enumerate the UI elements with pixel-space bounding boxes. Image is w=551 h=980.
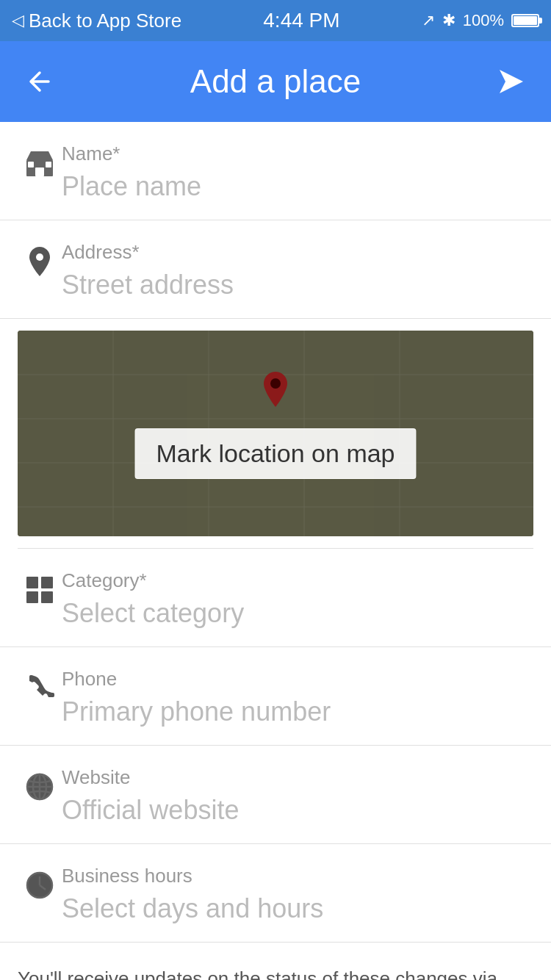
mark-location-button[interactable]: Mark location on map <box>134 428 416 479</box>
map-pin-icon <box>261 370 290 408</box>
phone-icon <box>18 668 62 705</box>
map-pin <box>261 370 290 408</box>
website-field-row[interactable]: Website Official website <box>0 746 551 844</box>
arrow-left-icon <box>25 67 54 96</box>
svg-marker-0 <box>500 70 523 93</box>
website-field[interactable]: Website Official website <box>62 766 533 826</box>
category-label: Category* <box>62 569 533 592</box>
address-placeholder: Street address <box>62 270 533 300</box>
footer-info: You'll receive updates on the status of … <box>0 943 551 980</box>
name-field-row[interactable]: Name* Place name <box>0 122 551 220</box>
phone-field-row[interactable]: Phone Primary phone number <box>0 647 551 746</box>
hours-field-row[interactable]: Business hours Select days and hours <box>0 844 551 943</box>
status-bar: ◁ Back to App Store 4:44 PM ↗ ✱ 100% <box>0 0 551 41</box>
send-icon <box>495 65 527 98</box>
location-pin-icon <box>18 241 62 278</box>
header-back-button[interactable] <box>18 60 62 104</box>
phone-placeholder: Primary phone number <box>62 696 533 727</box>
battery-label: 100% <box>463 11 504 30</box>
svg-rect-2 <box>35 167 44 176</box>
category-field-row[interactable]: Category* Select category <box>0 549 551 647</box>
hours-label: Business hours <box>62 865 533 887</box>
status-bar-icons: ↗ ✱ 100% <box>422 11 539 30</box>
hours-field[interactable]: Business hours Select days and hours <box>62 865 533 924</box>
svg-rect-16 <box>41 577 53 588</box>
back-chevron-icon: ◁ <box>12 11 24 30</box>
phone-field[interactable]: Phone Primary phone number <box>62 668 533 727</box>
app-header: Add a place <box>0 41 551 122</box>
website-label: Website <box>62 766 533 789</box>
address-field[interactable]: Address* Street address <box>62 241 533 300</box>
svg-rect-3 <box>28 162 34 167</box>
address-label: Address* <box>62 241 533 264</box>
name-field[interactable]: Name* Place name <box>62 143 533 202</box>
hours-placeholder: Select days and hours <box>62 893 533 924</box>
phone-label: Phone <box>62 668 533 691</box>
globe-icon <box>18 766 62 803</box>
category-icon <box>18 569 62 606</box>
back-to-appstore-label: Back to App Store <box>29 10 181 32</box>
clock-icon <box>18 865 62 901</box>
category-field[interactable]: Category* Select category <box>62 569 533 629</box>
website-placeholder: Official website <box>62 795 533 826</box>
map-container[interactable]: Mark location on map <box>18 331 533 536</box>
form-content: Name* Place name Address* Street address <box>0 122 551 980</box>
bluetooth-icon: ✱ <box>442 11 455 30</box>
svg-rect-15 <box>26 577 38 588</box>
svg-rect-17 <box>26 591 38 603</box>
name-placeholder: Place name <box>62 171 533 202</box>
battery-icon <box>511 14 539 27</box>
store-icon <box>18 143 62 179</box>
page-title: Add a place <box>190 63 361 100</box>
status-bar-back[interactable]: ◁ Back to App Store <box>12 10 181 32</box>
footer-text-1: You'll receive updates on the status of … <box>18 968 497 980</box>
address-field-row[interactable]: Address* Street address <box>0 220 551 319</box>
status-bar-time: 4:44 PM <box>263 9 339 32</box>
header-send-button[interactable] <box>489 60 533 104</box>
map-section: Mark location on map <box>18 319 533 549</box>
location-icon: ↗ <box>422 11 435 30</box>
svg-rect-18 <box>41 591 53 603</box>
svg-rect-4 <box>46 162 51 167</box>
name-label: Name* <box>62 143 533 165</box>
svg-point-5 <box>36 253 43 261</box>
svg-point-14 <box>270 378 281 389</box>
category-placeholder: Select category <box>62 598 533 629</box>
